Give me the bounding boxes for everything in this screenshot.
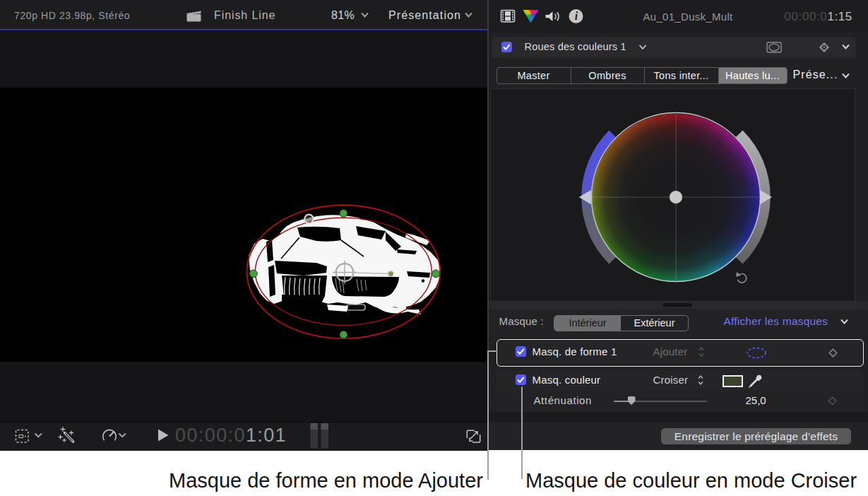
svg-text:00:00:01:01: 00:00:01:01 bbox=[175, 425, 287, 446]
svg-text:i: i bbox=[574, 10, 578, 22]
